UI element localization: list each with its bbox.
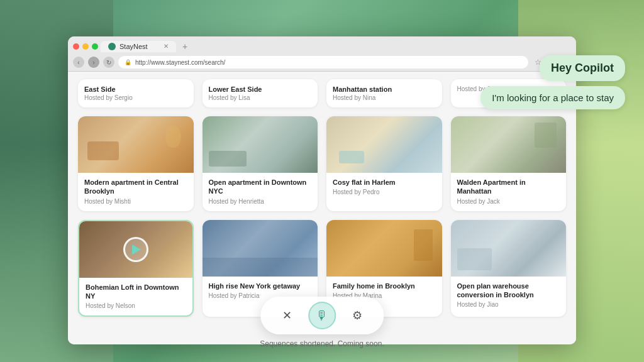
settings-icon: ⚙ (352, 309, 362, 322)
top-listing-title: East Side (84, 85, 187, 93)
listing-card-modern-apt[interactable]: Modern apartment in Central Brooklyn Hos… (78, 116, 194, 211)
listing-title: Family home in Brooklyn (333, 282, 436, 290)
close-icon: ✕ (282, 309, 292, 322)
listing-host: Hosted by Nelson (86, 302, 186, 309)
settings-button[interactable]: ⚙ (346, 304, 369, 327)
copilot-looking-bubble: I'm looking for a place to stay (480, 86, 625, 109)
mic-icon: 🎙 (316, 309, 328, 323)
browser-tab-bar: StayNest ✕ + (68, 36, 576, 54)
listing-title: Walden Apartment in Manhattan (457, 178, 560, 196)
window-close-button[interactable] (73, 43, 79, 50)
top-listing-lower-east[interactable]: Lower East Side Hosted by Lisa (203, 79, 318, 107)
listing-title: High rise New York getaway (209, 282, 312, 290)
play-overlay (123, 237, 148, 262)
listing-info: Open apartment in Downtown NYC Hosted by… (203, 173, 318, 211)
top-listing-title: Lower East Side (209, 85, 312, 93)
tab-close-icon[interactable]: ✕ (164, 43, 169, 50)
window-maximize-button[interactable] (92, 43, 98, 50)
forward-button[interactable]: › (88, 57, 99, 68)
top-listing-host: Hosted by Sergio (84, 94, 187, 101)
listing-image (451, 116, 567, 173)
listing-image (451, 220, 567, 277)
listing-image (78, 116, 194, 173)
tab-label: StayNest (119, 43, 148, 50)
listing-title: Cosy flat in Harlem (333, 178, 436, 187)
copilot-hey-bubble: Hey Copilot (540, 55, 625, 81)
top-listing-east-side[interactable]: East Side Hosted by Sergio (78, 79, 194, 107)
listing-host: Hosted by Pedro (333, 189, 436, 195)
top-listing-host: Hosted by Nina (333, 94, 436, 101)
top-listing-manhattan[interactable]: Manhattan station Hosted by Nina (326, 79, 442, 107)
listing-title: Bohemian Loft in Downtown NY (86, 283, 186, 301)
control-bar: ✕ 🎙 ⚙ (260, 297, 384, 334)
listing-title: Open plan warehouse conversion in Brookl… (457, 282, 560, 300)
listing-title: Open apartment in Downtown NYC (209, 178, 312, 196)
play-button-shape (123, 237, 148, 262)
listing-info: Cosy flat in Harlem Hosted by Pedro (326, 173, 442, 202)
listing-host: Hosted by Jack (457, 198, 560, 205)
bottom-status-text: Sequences shortened. Coming soon. (260, 339, 384, 348)
listing-image (203, 220, 318, 277)
listing-title: Modern apartment in Central Brooklyn (84, 178, 187, 196)
tab-favicon-icon (108, 43, 116, 50)
listing-card-walden[interactable]: Walden Apartment in Manhattan Hosted by … (451, 116, 567, 211)
back-button[interactable]: ‹ (73, 57, 84, 68)
copilot-container: Hey Copilot I'm looking for a place to s… (480, 55, 625, 109)
listing-host: Hosted by Henrietta (209, 198, 312, 205)
close-button[interactable]: ✕ (275, 304, 298, 327)
listing-info: Walden Apartment in Manhattan Hosted by … (451, 173, 567, 211)
address-bar[interactable]: 🔒 http://www.staynest.com/search/ (118, 56, 528, 69)
url-text: http://www.staynest.com/search/ (135, 59, 225, 66)
listings-grid: Modern apartment in Central Brooklyn Hos… (78, 116, 566, 317)
listing-image (326, 116, 442, 173)
listing-info: Open plan warehouse conversion in Brookl… (451, 277, 567, 315)
lock-icon: 🔒 (125, 59, 131, 65)
listing-card-cosy-flat[interactable]: Cosy flat in Harlem Hosted by Pedro (326, 116, 442, 211)
listing-image (203, 116, 318, 173)
listing-card-warehouse[interactable]: Open plan warehouse conversion in Brookl… (451, 220, 567, 317)
top-listing-host: Hosted by Lisa (209, 94, 312, 101)
new-tab-button[interactable]: + (179, 40, 191, 53)
refresh-button[interactable]: ↻ (103, 57, 114, 68)
listing-info: Modern apartment in Central Brooklyn Hos… (78, 173, 194, 211)
top-listing-title: Manhattan station (333, 85, 436, 93)
listing-image (79, 221, 192, 278)
listing-image (326, 220, 442, 277)
play-triangle-icon (132, 244, 141, 255)
active-tab[interactable]: StayNest ✕ (101, 41, 176, 52)
listing-card-open-apt[interactable]: Open apartment in Downtown NYC Hosted by… (203, 116, 318, 211)
bottom-controls: ✕ 🎙 ⚙ Sequences shortened. Coming soon. (260, 297, 384, 348)
window-minimize-button[interactable] (82, 43, 89, 50)
mic-button[interactable]: 🎙 (308, 302, 336, 329)
listing-host: Hosted by Jiao (457, 301, 560, 308)
window-buttons (73, 43, 98, 50)
listing-info: Bohemian Loft in Downtown NY Hosted by N… (79, 278, 192, 316)
listing-host: Hosted by Mishti (84, 198, 187, 205)
listing-card-bohemian[interactable]: Bohemian Loft in Downtown NY Hosted by N… (78, 220, 194, 317)
